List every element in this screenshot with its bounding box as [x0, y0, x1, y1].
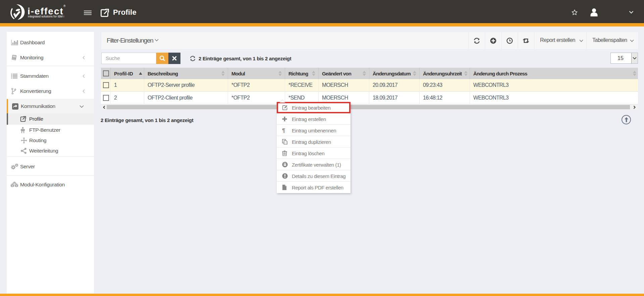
- svg-text:®: ®: [63, 4, 66, 8]
- svg-text:integrated solutions for IBM i: integrated solutions for IBM i: [28, 15, 64, 18]
